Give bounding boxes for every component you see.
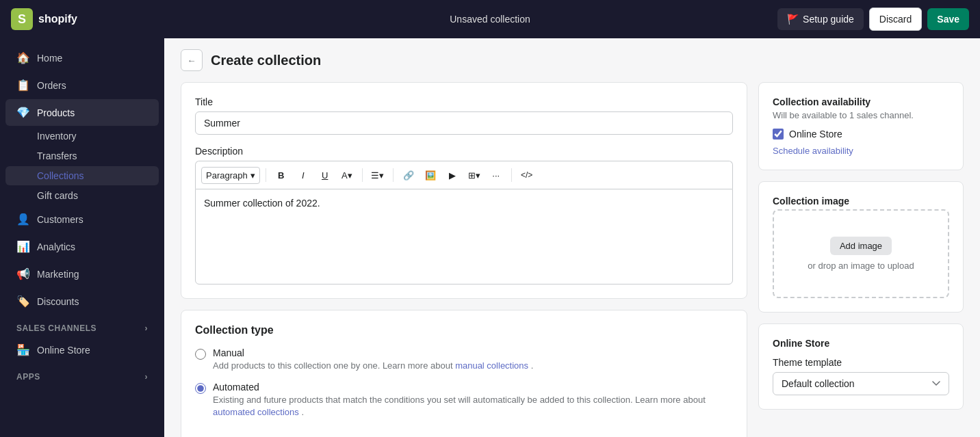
italic-button[interactable]: I: [294, 165, 313, 185]
analytics-icon: 📊: [16, 240, 30, 253]
video-icon: ▶: [449, 170, 456, 181]
automated-label: Automated: [213, 382, 733, 393]
sidebar-item-customers[interactable]: 👤 Customers: [5, 206, 159, 233]
automated-option: Automated Existing and future products t…: [195, 382, 733, 419]
automated-collections-link[interactable]: automated collections: [213, 407, 299, 417]
form-layout: Title Description Paragraph ▾ B I U: [181, 82, 964, 437]
align-button[interactable]: ☰ ▾: [368, 165, 387, 185]
collection-image-title: Collection image: [773, 196, 949, 207]
sales-channels-section: Sales channels ›: [0, 315, 164, 336]
online-store-checkbox[interactable]: [773, 129, 784, 140]
availability-subtitle: Will be available to 1 sales channel.: [773, 110, 949, 120]
title-description-card: Title Description Paragraph ▾ B I U: [181, 82, 747, 299]
customers-icon: 👤: [16, 213, 30, 226]
toolbar-divider: [511, 168, 512, 182]
manual-label: Manual: [213, 347, 533, 358]
video-button[interactable]: ▶: [443, 165, 462, 185]
discard-button[interactable]: Discard: [869, 8, 922, 31]
schedule-availability-link[interactable]: Schedule availability: [773, 146, 853, 156]
setup-guide-button[interactable]: 🚩 Setup guide: [777, 8, 864, 30]
bold-button[interactable]: B: [272, 165, 291, 185]
logo: S shopify: [11, 8, 77, 30]
title-input[interactable]: [195, 111, 733, 135]
automated-radio[interactable]: [195, 383, 206, 394]
underline-button[interactable]: U: [315, 165, 335, 185]
logo-text: shopify: [38, 13, 77, 25]
automated-desc: Existing and future products that match …: [213, 394, 733, 419]
products-icon: 💎: [16, 106, 30, 119]
back-arrow-icon: ←: [187, 55, 196, 66]
sidebar-sub-collections[interactable]: Collections: [5, 166, 159, 185]
back-button[interactable]: ←: [181, 49, 203, 71]
page-status: Unsaved collection: [450, 14, 530, 25]
theme-template-label: Theme template: [773, 357, 949, 368]
sidebar-item-label: Orders: [37, 80, 66, 91]
sidebar-sub-transfers[interactable]: Transfers: [5, 146, 159, 165]
description-label: Description: [195, 146, 733, 157]
sidebar-item-marketing[interactable]: 📢 Marketing: [5, 261, 159, 287]
image-upload-area[interactable]: Add image or drop an image to upload: [773, 209, 949, 298]
theme-template-select[interactable]: Default collection Custom template: [773, 372, 949, 395]
collection-type-card: Collection type Manual Add products to t…: [181, 310, 747, 437]
sidebar-sub-gift-cards[interactable]: Gift cards: [5, 186, 159, 205]
online-store-icon: 🏪: [16, 343, 30, 356]
discounts-icon: 🏷️: [16, 295, 30, 308]
more-options-button[interactable]: ···: [487, 165, 506, 185]
image-icon: 🖼️: [425, 170, 436, 181]
link-icon: 🔗: [403, 170, 414, 181]
manual-radio[interactable]: [195, 349, 206, 360]
sidebar-item-label: Discounts: [37, 296, 79, 307]
description-editor[interactable]: Summer collection of 2022.: [195, 189, 733, 284]
save-button[interactable]: Save: [927, 8, 969, 30]
sidebar-item-home[interactable]: 🏠 Home: [5, 44, 159, 71]
content-area: ← Create collection Title Description Pa…: [164, 38, 980, 437]
page-header: ← Create collection: [181, 49, 964, 71]
main-layout: 🏠 Home 📋 Orders 💎 Products Inventory Tra…: [0, 38, 980, 437]
sidebar-item-label: Analytics: [37, 241, 75, 252]
toolbar-divider: [393, 168, 394, 182]
toolbar-divider: [362, 168, 363, 182]
chevron-down-icon: ▾: [379, 170, 384, 181]
link-button[interactable]: 🔗: [399, 165, 418, 185]
sidebar-item-products[interactable]: 💎 Products: [5, 99, 159, 126]
availability-card: Collection availability Will be availabl…: [758, 82, 964, 170]
sidebar-item-analytics[interactable]: 📊 Analytics: [5, 233, 159, 260]
main-column: Title Description Paragraph ▾ B I U: [181, 82, 747, 437]
image-button[interactable]: 🖼️: [421, 165, 440, 185]
collection-type-title: Collection type: [195, 324, 733, 336]
manual-option: Manual Add products to this collection o…: [195, 347, 733, 372]
online-store-checkbox-label: Online Store: [789, 129, 842, 140]
topnav-actions: 🚩 Setup guide Discard Save: [777, 8, 969, 31]
sidebar-item-orders[interactable]: 📋 Orders: [5, 72, 159, 98]
code-button[interactable]: </>: [517, 165, 537, 185]
table-button[interactable]: ⊞ ▾: [465, 165, 484, 185]
sidebar-item-discounts[interactable]: 🏷️ Discounts: [5, 288, 159, 315]
sidebar-item-label: Online Store: [37, 345, 90, 356]
orders-icon: 📋: [16, 79, 30, 92]
sidebar-item-online-store[interactable]: 🏪 Online Store: [5, 336, 159, 363]
top-navigation: S shopify Unsaved collection 🚩 Setup gui…: [0, 0, 980, 38]
rte-toolbar: Paragraph ▾ B I U A ▾ ☰: [195, 161, 733, 189]
flag-icon: 🚩: [787, 14, 799, 25]
chevron-down-icon: ▾: [250, 170, 255, 181]
toolbar-divider: [266, 168, 266, 182]
sidebar-sub-inventory[interactable]: Inventory: [5, 127, 159, 146]
paragraph-select[interactable]: Paragraph ▾: [201, 167, 260, 184]
availability-title: Collection availability: [773, 96, 949, 107]
text-color-icon: A: [341, 170, 348, 181]
marketing-icon: 📢: [16, 267, 30, 280]
online-store-card: Online Store Theme template Default coll…: [758, 323, 964, 410]
text-color-button[interactable]: A ▾: [337, 165, 357, 185]
align-icon: ☰: [371, 170, 379, 181]
add-image-button[interactable]: Add image: [830, 237, 892, 255]
sidebar-item-label: Home: [37, 53, 62, 64]
table-icon: ⊞: [468, 170, 476, 181]
chevron-down-icon: ▾: [348, 170, 352, 181]
sidebar: 🏠 Home 📋 Orders 💎 Products Inventory Tra…: [0, 38, 164, 437]
side-column: Collection availability Will be availabl…: [758, 82, 964, 410]
drop-hint: or drop an image to upload: [808, 261, 914, 271]
apps-section: Apps ›: [0, 364, 164, 384]
sidebar-item-label: Customers: [37, 214, 83, 225]
home-icon: 🏠: [16, 51, 30, 64]
manual-collections-link[interactable]: manual collections: [455, 360, 528, 371]
